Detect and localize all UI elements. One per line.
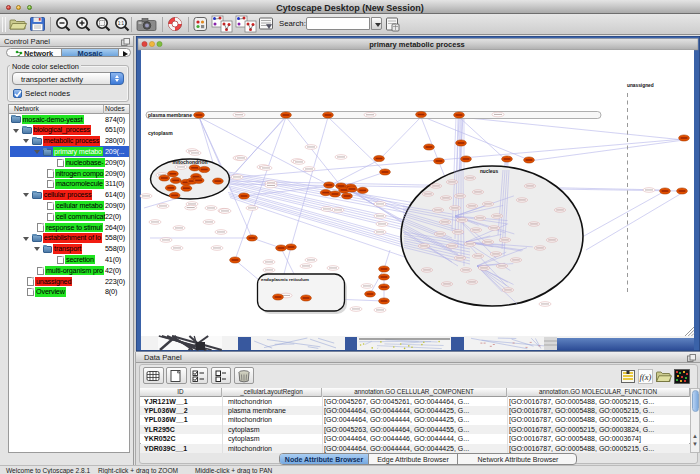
svg-text:f(x): f(x) [640,372,652,382]
svg-text:unassigned: unassigned [627,83,654,88]
svg-text:nucleus: nucleus [480,169,498,174]
svg-text:1:1: 1:1 [118,21,125,26]
svg-text:mitochondrion: mitochondrion [173,159,208,165]
svg-text:cytoplasm: cytoplasm [148,130,173,136]
svg-text:endoplasmic reticulum: endoplasmic reticulum [261,277,309,282]
svg-text:primary metabolic process: primary metabolic process [369,40,464,49]
svg-text:plasma membrane: plasma membrane [148,112,192,118]
